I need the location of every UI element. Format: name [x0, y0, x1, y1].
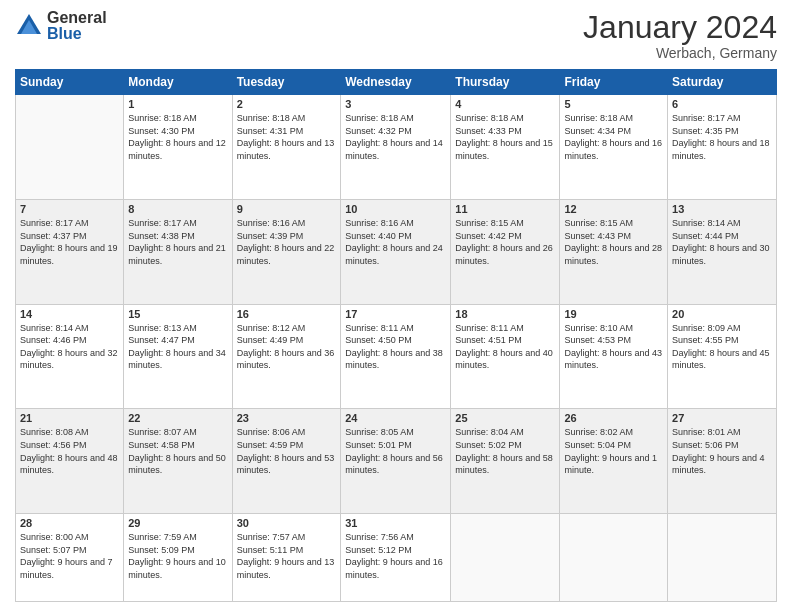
day-info: Sunrise: 7:57 AMSunset: 5:11 PMDaylight:…	[237, 531, 337, 581]
week-row-1: 7Sunrise: 8:17 AMSunset: 4:37 PMDaylight…	[16, 199, 777, 304]
calendar-cell	[668, 514, 777, 602]
day-info: Sunrise: 8:06 AMSunset: 4:59 PMDaylight:…	[237, 426, 337, 476]
day-info: Sunrise: 8:17 AMSunset: 4:38 PMDaylight:…	[128, 217, 227, 267]
weekday-header-wednesday: Wednesday	[341, 70, 451, 95]
calendar-cell: 24Sunrise: 8:05 AMSunset: 5:01 PMDayligh…	[341, 409, 451, 514]
calendar-cell: 6Sunrise: 8:17 AMSunset: 4:35 PMDaylight…	[668, 95, 777, 200]
calendar-cell: 7Sunrise: 8:17 AMSunset: 4:37 PMDaylight…	[16, 199, 124, 304]
calendar-cell: 13Sunrise: 8:14 AMSunset: 4:44 PMDayligh…	[668, 199, 777, 304]
logo-text: General Blue	[47, 10, 107, 42]
day-number: 23	[237, 412, 337, 424]
calendar-cell: 20Sunrise: 8:09 AMSunset: 4:55 PMDayligh…	[668, 304, 777, 409]
day-number: 20	[672, 308, 772, 320]
month-title: January 2024	[583, 10, 777, 45]
calendar-cell: 15Sunrise: 8:13 AMSunset: 4:47 PMDayligh…	[124, 304, 232, 409]
calendar-cell: 29Sunrise: 7:59 AMSunset: 5:09 PMDayligh…	[124, 514, 232, 602]
title-area: January 2024 Werbach, Germany	[583, 10, 777, 61]
calendar-cell: 26Sunrise: 8:02 AMSunset: 5:04 PMDayligh…	[560, 409, 668, 514]
calendar-cell: 1Sunrise: 8:18 AMSunset: 4:30 PMDaylight…	[124, 95, 232, 200]
day-number: 12	[564, 203, 663, 215]
calendar-cell: 10Sunrise: 8:16 AMSunset: 4:40 PMDayligh…	[341, 199, 451, 304]
header: General Blue January 2024 Werbach, Germa…	[15, 10, 777, 61]
day-info: Sunrise: 8:12 AMSunset: 4:49 PMDaylight:…	[237, 322, 337, 372]
day-info: Sunrise: 8:15 AMSunset: 4:42 PMDaylight:…	[455, 217, 555, 267]
calendar-cell: 16Sunrise: 8:12 AMSunset: 4:49 PMDayligh…	[232, 304, 341, 409]
week-row-0: 1Sunrise: 8:18 AMSunset: 4:30 PMDaylight…	[16, 95, 777, 200]
day-number: 31	[345, 517, 446, 529]
day-info: Sunrise: 8:09 AMSunset: 4:55 PMDaylight:…	[672, 322, 772, 372]
calendar-cell	[451, 514, 560, 602]
day-number: 28	[20, 517, 119, 529]
calendar-cell: 9Sunrise: 8:16 AMSunset: 4:39 PMDaylight…	[232, 199, 341, 304]
day-number: 16	[237, 308, 337, 320]
calendar-cell: 17Sunrise: 8:11 AMSunset: 4:50 PMDayligh…	[341, 304, 451, 409]
day-number: 13	[672, 203, 772, 215]
calendar-cell: 30Sunrise: 7:57 AMSunset: 5:11 PMDayligh…	[232, 514, 341, 602]
day-number: 17	[345, 308, 446, 320]
day-info: Sunrise: 8:18 AMSunset: 4:30 PMDaylight:…	[128, 112, 227, 162]
day-number: 30	[237, 517, 337, 529]
calendar-cell: 14Sunrise: 8:14 AMSunset: 4:46 PMDayligh…	[16, 304, 124, 409]
day-info: Sunrise: 8:18 AMSunset: 4:34 PMDaylight:…	[564, 112, 663, 162]
day-number: 6	[672, 98, 772, 110]
calendar-cell	[560, 514, 668, 602]
calendar-cell: 12Sunrise: 8:15 AMSunset: 4:43 PMDayligh…	[560, 199, 668, 304]
day-number: 1	[128, 98, 227, 110]
day-number: 21	[20, 412, 119, 424]
day-number: 26	[564, 412, 663, 424]
logo-icon	[15, 12, 43, 40]
weekday-header-sunday: Sunday	[16, 70, 124, 95]
day-info: Sunrise: 8:18 AMSunset: 4:32 PMDaylight:…	[345, 112, 446, 162]
day-info: Sunrise: 8:01 AMSunset: 5:06 PMDaylight:…	[672, 426, 772, 476]
day-number: 22	[128, 412, 227, 424]
week-row-4: 28Sunrise: 8:00 AMSunset: 5:07 PMDayligh…	[16, 514, 777, 602]
logo-blue: Blue	[47, 26, 107, 42]
day-info: Sunrise: 8:16 AMSunset: 4:40 PMDaylight:…	[345, 217, 446, 267]
day-info: Sunrise: 8:15 AMSunset: 4:43 PMDaylight:…	[564, 217, 663, 267]
day-info: Sunrise: 7:56 AMSunset: 5:12 PMDaylight:…	[345, 531, 446, 581]
calendar-cell: 28Sunrise: 8:00 AMSunset: 5:07 PMDayligh…	[16, 514, 124, 602]
day-number: 3	[345, 98, 446, 110]
day-info: Sunrise: 8:18 AMSunset: 4:33 PMDaylight:…	[455, 112, 555, 162]
day-info: Sunrise: 8:14 AMSunset: 4:44 PMDaylight:…	[672, 217, 772, 267]
day-info: Sunrise: 8:00 AMSunset: 5:07 PMDaylight:…	[20, 531, 119, 581]
weekday-header-monday: Monday	[124, 70, 232, 95]
logo-general: General	[47, 10, 107, 26]
weekday-header-friday: Friday	[560, 70, 668, 95]
weekday-header-row: SundayMondayTuesdayWednesdayThursdayFrid…	[16, 70, 777, 95]
day-info: Sunrise: 8:11 AMSunset: 4:50 PMDaylight:…	[345, 322, 446, 372]
day-number: 25	[455, 412, 555, 424]
day-info: Sunrise: 8:17 AMSunset: 4:35 PMDaylight:…	[672, 112, 772, 162]
day-number: 18	[455, 308, 555, 320]
day-info: Sunrise: 8:05 AMSunset: 5:01 PMDaylight:…	[345, 426, 446, 476]
day-info: Sunrise: 8:14 AMSunset: 4:46 PMDaylight:…	[20, 322, 119, 372]
week-row-2: 14Sunrise: 8:14 AMSunset: 4:46 PMDayligh…	[16, 304, 777, 409]
day-number: 4	[455, 98, 555, 110]
day-number: 29	[128, 517, 227, 529]
day-number: 14	[20, 308, 119, 320]
calendar-cell: 19Sunrise: 8:10 AMSunset: 4:53 PMDayligh…	[560, 304, 668, 409]
calendar-cell: 25Sunrise: 8:04 AMSunset: 5:02 PMDayligh…	[451, 409, 560, 514]
day-info: Sunrise: 8:10 AMSunset: 4:53 PMDaylight:…	[564, 322, 663, 372]
day-info: Sunrise: 8:07 AMSunset: 4:58 PMDaylight:…	[128, 426, 227, 476]
day-info: Sunrise: 8:18 AMSunset: 4:31 PMDaylight:…	[237, 112, 337, 162]
day-info: Sunrise: 8:13 AMSunset: 4:47 PMDaylight:…	[128, 322, 227, 372]
day-number: 11	[455, 203, 555, 215]
day-info: Sunrise: 7:59 AMSunset: 5:09 PMDaylight:…	[128, 531, 227, 581]
day-number: 15	[128, 308, 227, 320]
day-info: Sunrise: 8:02 AMSunset: 5:04 PMDaylight:…	[564, 426, 663, 476]
page: General Blue January 2024 Werbach, Germa…	[0, 0, 792, 612]
day-number: 7	[20, 203, 119, 215]
day-number: 24	[345, 412, 446, 424]
day-number: 10	[345, 203, 446, 215]
day-info: Sunrise: 8:16 AMSunset: 4:39 PMDaylight:…	[237, 217, 337, 267]
day-number: 2	[237, 98, 337, 110]
day-info: Sunrise: 8:11 AMSunset: 4:51 PMDaylight:…	[455, 322, 555, 372]
calendar-cell: 5Sunrise: 8:18 AMSunset: 4:34 PMDaylight…	[560, 95, 668, 200]
day-number: 5	[564, 98, 663, 110]
weekday-header-thursday: Thursday	[451, 70, 560, 95]
calendar-cell: 23Sunrise: 8:06 AMSunset: 4:59 PMDayligh…	[232, 409, 341, 514]
weekday-header-tuesday: Tuesday	[232, 70, 341, 95]
day-info: Sunrise: 8:17 AMSunset: 4:37 PMDaylight:…	[20, 217, 119, 267]
calendar-cell: 2Sunrise: 8:18 AMSunset: 4:31 PMDaylight…	[232, 95, 341, 200]
